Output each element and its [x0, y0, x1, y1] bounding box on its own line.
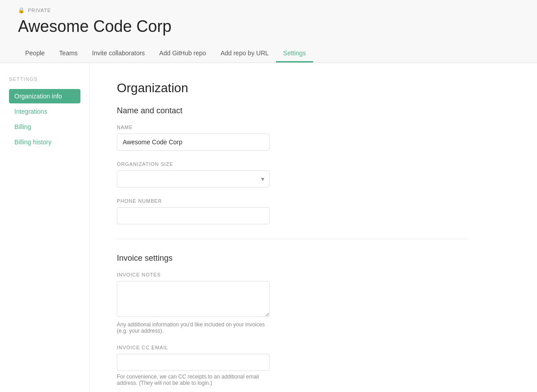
- lock-icon: 🔒: [18, 7, 25, 13]
- invoice-notes-textarea[interactable]: [117, 281, 270, 317]
- page-title: Organization: [117, 81, 467, 95]
- sidebar-item-billing[interactable]: Billing: [9, 120, 80, 134]
- nav-item-add-repo-by-url[interactable]: Add repo by URL: [213, 45, 276, 62]
- nav-item-people[interactable]: People: [18, 45, 52, 62]
- sidebar-item-billing-history[interactable]: Billing history: [9, 135, 80, 149]
- invoice-cc-email-hint: For convenience, we can CC receipts to a…: [117, 374, 270, 386]
- top-nav: People Teams Invite collaborators Add Gi…: [18, 45, 519, 62]
- private-badge: 🔒 PRIVATE: [18, 7, 519, 13]
- name-field-group: NAME: [117, 125, 467, 151]
- sidebar: SETTINGS Organization info Integrations …: [0, 63, 90, 392]
- phone-field-group: PHONE NUMBER: [117, 198, 467, 224]
- header: 🔒 PRIVATE Awesome Code Corp People Teams…: [0, 0, 537, 63]
- section-divider: [117, 239, 467, 239]
- phone-label: PHONE NUMBER: [117, 198, 467, 204]
- nav-item-invite-collaborators[interactable]: Invite collaborators: [85, 45, 152, 62]
- invoice-cc-email-field-group: INVOICE CC EMAIL For convenience, we can…: [117, 345, 467, 386]
- invoice-settings-title: Invoice settings: [117, 254, 467, 263]
- invoice-cc-email-input[interactable]: [117, 354, 270, 371]
- org-size-field-group: ORGANIZATION SIZE 1-10 11-50 51-200 201-…: [117, 161, 467, 187]
- invoice-notes-field-group: INVOICE NOTES Any additional information…: [117, 272, 467, 334]
- invoice-notes-label: INVOICE NOTES: [117, 272, 467, 277]
- sidebar-section-label: SETTINGS: [9, 76, 80, 82]
- nav-item-settings[interactable]: Settings: [276, 45, 313, 62]
- org-size-label: ORGANIZATION SIZE: [117, 161, 467, 167]
- main-content: Organization Name and contact NAME ORGAN…: [90, 63, 494, 392]
- name-input[interactable]: [117, 134, 270, 151]
- nav-item-teams[interactable]: Teams: [52, 45, 85, 62]
- sidebar-item-integrations[interactable]: Integrations: [9, 104, 80, 119]
- org-size-select-wrapper: 1-10 11-50 51-200 201-500 500+ ▾: [117, 170, 270, 187]
- phone-input[interactable]: [117, 207, 270, 224]
- sidebar-item-organization-info[interactable]: Organization info: [9, 89, 80, 103]
- invoice-cc-email-label: INVOICE CC EMAIL: [117, 345, 467, 350]
- org-title: Awesome Code Corp: [18, 17, 519, 36]
- private-label: PRIVATE: [28, 8, 51, 13]
- nav-item-add-github-repo[interactable]: Add GitHub repo: [152, 45, 213, 62]
- name-contact-title: Name and contact: [117, 106, 467, 116]
- org-size-select[interactable]: 1-10 11-50 51-200 201-500 500+: [117, 170, 270, 187]
- invoice-notes-hint: Any additional information you'd like in…: [117, 321, 270, 334]
- page-body: SETTINGS Organization info Integrations …: [0, 63, 537, 392]
- name-label: NAME: [117, 125, 467, 130]
